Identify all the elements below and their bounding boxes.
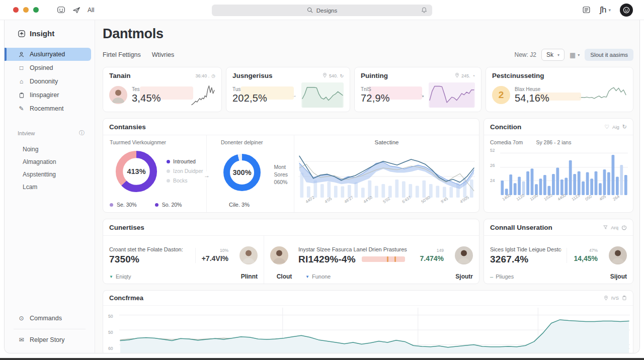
x-tick-label: 1100 [529, 195, 537, 202]
refresh-icon[interactable]: ↻ [340, 73, 344, 78]
stat-label: TnlS [361, 86, 415, 92]
search-bar[interactable]: Designs [212, 5, 432, 16]
donut-section-donenter: → Donenter delpiner 300% Mont Sores 060%… [207, 135, 294, 212]
sidebar-item-lcam[interactable]: Lcam [5, 181, 95, 193]
x-tick-label: 440'2 [305, 197, 312, 204]
clipboard-icon [18, 92, 25, 99]
contansies-card: Contansies Tuurmed Vierkouignmer 413% In… [103, 118, 479, 213]
meta-text: 540. [329, 73, 338, 78]
stat-cards-row: Tanain 36:40 . ◷ Tes 3,45% [103, 67, 633, 112]
filter-icon[interactable] [603, 225, 608, 230]
avatar [455, 246, 473, 264]
x-tick-label: 9'45 [440, 197, 447, 204]
building-icon: ⌂ [18, 78, 25, 85]
metric-value: 3267.4% [490, 254, 561, 265]
funone-dropdown[interactable]: ▼ Funone [305, 274, 331, 280]
tab-wtivries[interactable]: Wtivries [152, 51, 174, 58]
profile-menu[interactable]: ʃh ▾ [600, 5, 611, 15]
sidebar-item-almagnation[interactable]: Almagnation [5, 155, 95, 168]
new-label: New: J2 [515, 51, 536, 58]
x-tick-label: 44'50 [363, 197, 370, 204]
legend-item[interactable]: Introurted [167, 158, 203, 164]
donut-bottom-label: Cile. 3% [229, 202, 250, 208]
sidebar-item-doononity[interactable]: ⌂ Doononity [5, 75, 95, 88]
info-icon[interactable]: ⓘ [79, 129, 85, 137]
stat-card-puinting: Puinting 245. ◔ TnlS 72,9% [354, 67, 481, 112]
card-title: Cunertises [109, 224, 144, 231]
y-axis-labels: 505060 [108, 308, 119, 353]
avatar [609, 246, 627, 264]
x-tick-label: 5'02 [382, 197, 389, 204]
legend-item[interactable]: Izon Duidper [167, 168, 203, 174]
main-content: Dantmols Firtel Fettigns Wtivries New: J… [95, 20, 639, 353]
edit-icon: ✎ [18, 105, 25, 112]
stat-card-pestcinusseting: Pestcinusseting 2 Blax Heuse 54,16% [486, 67, 633, 112]
eniqty-dropdown[interactable]: ▼ Eniqty [109, 274, 131, 280]
close-window-button[interactable] [13, 7, 19, 13]
search-icon [307, 7, 313, 14]
y-tick-label: 50 [108, 330, 119, 335]
sidebar-section-intview: Intview ⓘ Noing Almagnation Aspstentting… [5, 129, 95, 193]
donut-side-stats: Mont Sores 060% [274, 163, 288, 186]
person-name: Sjoutr [455, 273, 473, 280]
tuurmed-donut-chart: 413% [115, 150, 157, 193]
sidebar-item-relper-story[interactable]: ✉ Relper Story [5, 333, 95, 346]
account-avatar[interactable] [620, 4, 633, 17]
zoom-window-button[interactable] [33, 7, 39, 13]
y-tick-label: 26 [490, 163, 500, 168]
clipboard-icon[interactable] [622, 295, 627, 301]
bell-icon[interactable] [421, 7, 428, 15]
pliuges-toggle[interactable]: – Pliuges [490, 274, 514, 280]
donut-legend: Introurted Izon Duidper Bocks [167, 158, 203, 184]
power-icon[interactable] [621, 225, 627, 230]
donut-center-value: 413% [115, 150, 157, 193]
metric-value: 7350% [109, 254, 190, 265]
minimize-window-button[interactable] [23, 7, 29, 13]
card-title: Contansies [109, 123, 146, 131]
clock-icon[interactable]: ◷ [211, 73, 215, 78]
layout-grid-button[interactable]: ▦ ▾ [570, 51, 580, 59]
x-tick-label: 4400 [557, 195, 565, 202]
legend-item[interactable]: Bocks [167, 177, 203, 184]
meta-text: 36:40 . [196, 73, 210, 78]
x-tick-label: 48'27 [343, 197, 351, 204]
bot-icon[interactable] [57, 6, 65, 14]
metric-label: Sices Iglst Tide Leigue Destce: [490, 246, 561, 252]
person-name: Plinnt [241, 273, 258, 280]
slout-it-aasims-button[interactable]: Slout it aasims [585, 49, 633, 61]
compass-icon[interactable]: ◔ [472, 73, 475, 78]
sidebar-item-auslurryated[interactable]: Auslurryated [5, 48, 91, 61]
sidebar-item-noing[interactable]: Noing [5, 143, 95, 155]
send-icon[interactable] [72, 6, 80, 14]
refresh-icon[interactable]: ↻ [622, 124, 627, 130]
x-tick-label: 264 [612, 195, 620, 202]
legend-item[interactable]: Se. 30% [110, 202, 137, 208]
pin-icon [604, 295, 608, 301]
stat-card-tanain: Tanain 36:40 . ◷ Tes 3,45% [103, 67, 222, 112]
person-icon [18, 51, 25, 58]
section-title: Intview [18, 130, 35, 136]
x-tick-label: 1123 [571, 195, 578, 202]
y-tick-label: 50 [108, 314, 119, 319]
sidebar-item-commands[interactable]: ⊙ Commands [5, 312, 95, 325]
satectine-section: Satectine 440'24'0548'2744'505'026'43750… [294, 135, 479, 212]
cunertises-block-2: Inystar Slzee Fasurca Lanel Drien Prastu… [264, 236, 479, 284]
metric-delta: +7.4VI% [202, 254, 228, 262]
tab-firtel-fettigns[interactable]: Firtel Fettigns [103, 51, 141, 58]
profile-glyph: ʃh [600, 5, 606, 15]
sidebar-item-rocemment[interactable]: ✎ Rocemment [5, 102, 95, 115]
all-menu-label[interactable]: All [88, 7, 94, 14]
heart-icon[interactable]: ♡ [604, 124, 609, 130]
reading-list-icon[interactable] [582, 6, 591, 14]
sidebar-item-iinspagirer[interactable]: Iinspagirer [5, 88, 95, 102]
pestcinusseting-sparkline [579, 82, 627, 108]
sk-select[interactable]: Sk ▾ [541, 49, 565, 61]
stat-value: 72,9% [361, 93, 390, 104]
y-tick-label: 52 [490, 148, 500, 153]
legend-item[interactable]: So. 20% [155, 202, 182, 208]
sidebar-item-opsined[interactable]: □ Opsined [5, 61, 95, 74]
card-title: Pestcinusseting [492, 72, 544, 79]
sidebar-item-aspstentting[interactable]: Aspstentting [5, 168, 95, 181]
avatar [109, 86, 127, 104]
progress-bar [362, 256, 405, 262]
